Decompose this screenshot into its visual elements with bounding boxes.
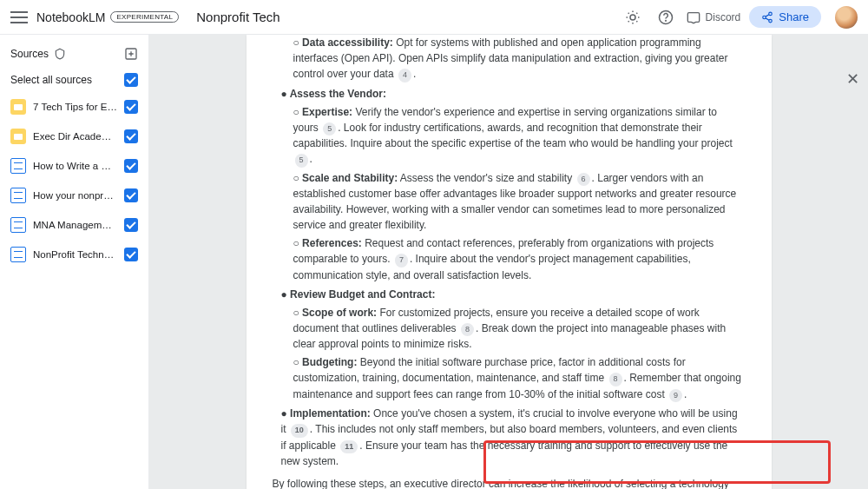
citation-5b[interactable]: 5 xyxy=(295,154,308,168)
content-area: ✕ ○ Data accessibility: Opt for systems … xyxy=(149,35,868,489)
add-source-icon[interactable] xyxy=(124,47,138,61)
citation-10[interactable]: 10 xyxy=(291,424,308,438)
sidebar-item-source[interactable]: MNA Management Ma... xyxy=(0,210,148,240)
source-label: Exec Dir Academy 20... xyxy=(33,131,117,142)
logo: NotebookLM EXPERIMENTAL xyxy=(36,10,179,24)
svg-point-4 xyxy=(763,16,766,19)
sidebar: Sources Select all sources 7 Tech Tips f… xyxy=(0,35,149,489)
document-icon xyxy=(10,247,26,262)
source-label: How to Write a Grant... xyxy=(33,161,117,171)
response-card: ○ Data accessibility: Opt for systems wi… xyxy=(247,35,772,489)
citation-6[interactable]: 6 xyxy=(577,173,590,187)
share-button[interactable]: Share xyxy=(749,6,821,28)
citation-7[interactable]: 7 xyxy=(395,254,408,268)
document-icon xyxy=(10,158,26,174)
citation-11[interactable]: 11 xyxy=(340,440,358,454)
experimental-badge: EXPERIMENTAL xyxy=(110,11,179,23)
help-icon[interactable] xyxy=(654,5,678,30)
sources-label: Sources xyxy=(10,48,49,60)
da-title: Data accessibility: xyxy=(302,36,393,49)
source-label: 7 Tech Tips for Execut... xyxy=(33,102,117,112)
budget-heading: ● Review Budget and Contract: xyxy=(281,287,746,302)
page-title: Nonprofit Tech xyxy=(196,10,279,24)
checkbox-icon[interactable] xyxy=(124,248,138,261)
discord-label: Discord xyxy=(706,11,741,23)
citation-5[interactable]: 5 xyxy=(323,122,336,136)
checkbox-icon[interactable] xyxy=(124,218,138,232)
shield-icon xyxy=(54,48,66,60)
select-all-label: Select all sources xyxy=(10,74,92,86)
logo-text: NotebookLM xyxy=(36,10,105,24)
svg-point-2 xyxy=(665,20,666,21)
citation-8[interactable]: 8 xyxy=(461,323,474,337)
conclusion-text: By following these steps, an executive d… xyxy=(273,476,746,489)
select-all-sources[interactable]: Select all sources xyxy=(0,68,148,92)
assess-vendor-heading: ● Assess the Vendor: xyxy=(281,86,746,102)
slides-icon xyxy=(10,129,26,144)
discord-link[interactable]: Discord xyxy=(687,10,741,24)
impl-heading: ● Implementation: Once you've chosen a s… xyxy=(281,406,746,469)
source-label: MNA Management Ma... xyxy=(33,220,117,230)
sidebar-header: Sources xyxy=(0,43,148,68)
sidebar-item-source[interactable]: How to Write a Grant... xyxy=(0,151,148,181)
citation-8b[interactable]: 8 xyxy=(609,373,622,387)
checkbox-icon[interactable] xyxy=(124,100,138,114)
topbar: NotebookLM EXPERIMENTAL Nonprofit Tech D… xyxy=(0,0,868,35)
checkbox-icon[interactable] xyxy=(124,159,138,173)
source-label: NonProfit Technology ... xyxy=(33,249,117,260)
sidebar-item-source[interactable]: NonProfit Technology ... xyxy=(0,240,148,269)
share-label: Share xyxy=(779,10,809,23)
checkbox-icon[interactable] xyxy=(124,188,138,202)
document-icon xyxy=(10,188,26,203)
checkbox-icon[interactable] xyxy=(124,73,138,87)
document-icon xyxy=(10,217,26,233)
sidebar-item-source[interactable]: 7 Tech Tips for Execut... xyxy=(0,92,148,122)
avatar[interactable] xyxy=(835,6,858,29)
source-label: How your nonprofit ca... xyxy=(33,190,117,201)
theme-icon[interactable] xyxy=(621,5,645,30)
sidebar-item-source[interactable]: Exec Dir Academy 20... xyxy=(0,122,148,151)
citation-4[interactable]: 4 xyxy=(398,69,411,83)
citation-9[interactable]: 9 xyxy=(669,389,682,403)
svg-point-0 xyxy=(630,15,635,20)
menu-icon[interactable] xyxy=(10,9,28,26)
svg-point-5 xyxy=(769,19,773,23)
checkbox-icon[interactable] xyxy=(124,129,138,143)
close-icon[interactable]: ✕ xyxy=(846,69,859,89)
sidebar-item-source[interactable]: How your nonprofit ca... xyxy=(0,181,148,210)
svg-point-3 xyxy=(769,12,773,15)
slides-icon xyxy=(10,99,26,115)
